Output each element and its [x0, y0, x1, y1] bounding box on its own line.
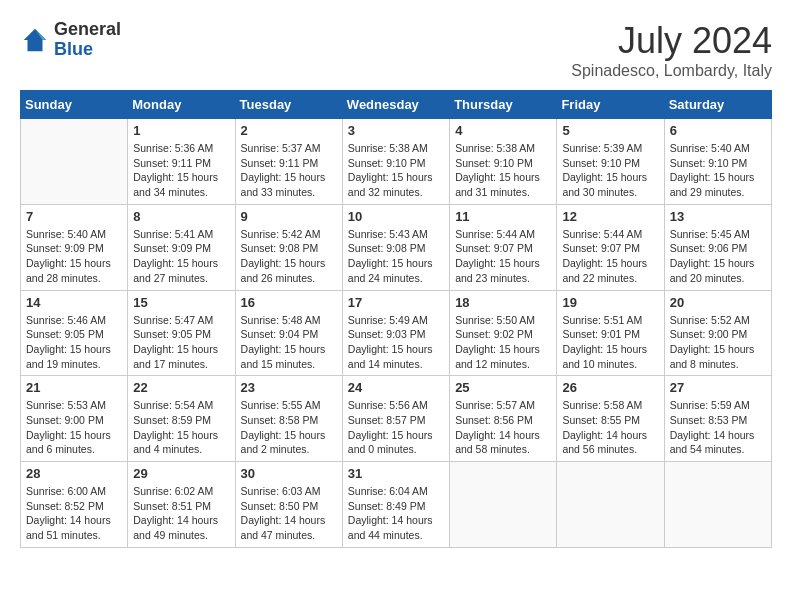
- calendar-cell: 21Sunrise: 5:53 AM Sunset: 9:00 PM Dayli…: [21, 376, 128, 462]
- calendar-cell: 20Sunrise: 5:52 AM Sunset: 9:00 PM Dayli…: [664, 290, 771, 376]
- calendar-cell: 1Sunrise: 5:36 AM Sunset: 9:11 PM Daylig…: [128, 119, 235, 205]
- day-number: 12: [562, 209, 658, 224]
- day-info: Sunrise: 6:04 AM Sunset: 8:49 PM Dayligh…: [348, 484, 444, 543]
- day-info: Sunrise: 5:57 AM Sunset: 8:56 PM Dayligh…: [455, 398, 551, 457]
- day-number: 29: [133, 466, 229, 481]
- calendar-cell: 6Sunrise: 5:40 AM Sunset: 9:10 PM Daylig…: [664, 119, 771, 205]
- week-row-1: 1Sunrise: 5:36 AM Sunset: 9:11 PM Daylig…: [21, 119, 772, 205]
- day-info: Sunrise: 5:44 AM Sunset: 9:07 PM Dayligh…: [562, 227, 658, 286]
- calendar-cell: 23Sunrise: 5:55 AM Sunset: 8:58 PM Dayli…: [235, 376, 342, 462]
- day-info: Sunrise: 5:51 AM Sunset: 9:01 PM Dayligh…: [562, 313, 658, 372]
- calendar-cell: 2Sunrise: 5:37 AM Sunset: 9:11 PM Daylig…: [235, 119, 342, 205]
- calendar-cell: 10Sunrise: 5:43 AM Sunset: 9:08 PM Dayli…: [342, 204, 449, 290]
- day-info: Sunrise: 5:42 AM Sunset: 9:08 PM Dayligh…: [241, 227, 337, 286]
- day-info: Sunrise: 5:52 AM Sunset: 9:00 PM Dayligh…: [670, 313, 766, 372]
- day-number: 9: [241, 209, 337, 224]
- day-number: 24: [348, 380, 444, 395]
- day-number: 25: [455, 380, 551, 395]
- calendar-cell: 7Sunrise: 5:40 AM Sunset: 9:09 PM Daylig…: [21, 204, 128, 290]
- calendar-cell: 24Sunrise: 5:56 AM Sunset: 8:57 PM Dayli…: [342, 376, 449, 462]
- calendar-cell: 13Sunrise: 5:45 AM Sunset: 9:06 PM Dayli…: [664, 204, 771, 290]
- logo: General Blue: [20, 20, 121, 60]
- day-number: 30: [241, 466, 337, 481]
- day-header-monday: Monday: [128, 91, 235, 119]
- day-info: Sunrise: 5:38 AM Sunset: 9:10 PM Dayligh…: [348, 141, 444, 200]
- day-info: Sunrise: 5:58 AM Sunset: 8:55 PM Dayligh…: [562, 398, 658, 457]
- day-number: 3: [348, 123, 444, 138]
- day-number: 8: [133, 209, 229, 224]
- calendar-cell: 29Sunrise: 6:02 AM Sunset: 8:51 PM Dayli…: [128, 462, 235, 548]
- week-row-5: 28Sunrise: 6:00 AM Sunset: 8:52 PM Dayli…: [21, 462, 772, 548]
- calendar-cell: 9Sunrise: 5:42 AM Sunset: 9:08 PM Daylig…: [235, 204, 342, 290]
- calendar-body: 1Sunrise: 5:36 AM Sunset: 9:11 PM Daylig…: [21, 119, 772, 548]
- calendar-cell: 17Sunrise: 5:49 AM Sunset: 9:03 PM Dayli…: [342, 290, 449, 376]
- day-info: Sunrise: 5:40 AM Sunset: 9:10 PM Dayligh…: [670, 141, 766, 200]
- day-number: 5: [562, 123, 658, 138]
- day-header-sunday: Sunday: [21, 91, 128, 119]
- day-info: Sunrise: 5:45 AM Sunset: 9:06 PM Dayligh…: [670, 227, 766, 286]
- calendar-subtitle: Spinadesco, Lombardy, Italy: [571, 62, 772, 80]
- day-header-saturday: Saturday: [664, 91, 771, 119]
- calendar-table: SundayMondayTuesdayWednesdayThursdayFrid…: [20, 90, 772, 548]
- day-info: Sunrise: 6:00 AM Sunset: 8:52 PM Dayligh…: [26, 484, 122, 543]
- day-info: Sunrise: 5:56 AM Sunset: 8:57 PM Dayligh…: [348, 398, 444, 457]
- day-info: Sunrise: 5:47 AM Sunset: 9:05 PM Dayligh…: [133, 313, 229, 372]
- day-info: Sunrise: 5:55 AM Sunset: 8:58 PM Dayligh…: [241, 398, 337, 457]
- calendar-cell: 12Sunrise: 5:44 AM Sunset: 9:07 PM Dayli…: [557, 204, 664, 290]
- day-info: Sunrise: 5:43 AM Sunset: 9:08 PM Dayligh…: [348, 227, 444, 286]
- calendar-cell: 5Sunrise: 5:39 AM Sunset: 9:10 PM Daylig…: [557, 119, 664, 205]
- calendar-cell: 27Sunrise: 5:59 AM Sunset: 8:53 PM Dayli…: [664, 376, 771, 462]
- day-number: 22: [133, 380, 229, 395]
- calendar-cell: 15Sunrise: 5:47 AM Sunset: 9:05 PM Dayli…: [128, 290, 235, 376]
- day-number: 27: [670, 380, 766, 395]
- days-header-row: SundayMondayTuesdayWednesdayThursdayFrid…: [21, 91, 772, 119]
- day-info: Sunrise: 5:38 AM Sunset: 9:10 PM Dayligh…: [455, 141, 551, 200]
- week-row-4: 21Sunrise: 5:53 AM Sunset: 9:00 PM Dayli…: [21, 376, 772, 462]
- calendar-cell: 26Sunrise: 5:58 AM Sunset: 8:55 PM Dayli…: [557, 376, 664, 462]
- day-info: Sunrise: 5:36 AM Sunset: 9:11 PM Dayligh…: [133, 141, 229, 200]
- logo-icon: [20, 25, 50, 55]
- day-info: Sunrise: 5:46 AM Sunset: 9:05 PM Dayligh…: [26, 313, 122, 372]
- day-info: Sunrise: 5:39 AM Sunset: 9:10 PM Dayligh…: [562, 141, 658, 200]
- day-number: 15: [133, 295, 229, 310]
- calendar-cell: 31Sunrise: 6:04 AM Sunset: 8:49 PM Dayli…: [342, 462, 449, 548]
- calendar-cell: 30Sunrise: 6:03 AM Sunset: 8:50 PM Dayli…: [235, 462, 342, 548]
- calendar-cell: 14Sunrise: 5:46 AM Sunset: 9:05 PM Dayli…: [21, 290, 128, 376]
- calendar-cell: [450, 462, 557, 548]
- calendar-cell: 16Sunrise: 5:48 AM Sunset: 9:04 PM Dayli…: [235, 290, 342, 376]
- calendar-cell: 19Sunrise: 5:51 AM Sunset: 9:01 PM Dayli…: [557, 290, 664, 376]
- calendar-cell: 25Sunrise: 5:57 AM Sunset: 8:56 PM Dayli…: [450, 376, 557, 462]
- day-info: Sunrise: 5:49 AM Sunset: 9:03 PM Dayligh…: [348, 313, 444, 372]
- calendar-cell: 8Sunrise: 5:41 AM Sunset: 9:09 PM Daylig…: [128, 204, 235, 290]
- day-number: 16: [241, 295, 337, 310]
- logo-general: General: [54, 20, 121, 40]
- day-info: Sunrise: 5:59 AM Sunset: 8:53 PM Dayligh…: [670, 398, 766, 457]
- day-info: Sunrise: 5:54 AM Sunset: 8:59 PM Dayligh…: [133, 398, 229, 457]
- calendar-header: SundayMondayTuesdayWednesdayThursdayFrid…: [21, 91, 772, 119]
- calendar-cell: 4Sunrise: 5:38 AM Sunset: 9:10 PM Daylig…: [450, 119, 557, 205]
- day-info: Sunrise: 5:48 AM Sunset: 9:04 PM Dayligh…: [241, 313, 337, 372]
- day-info: Sunrise: 5:41 AM Sunset: 9:09 PM Dayligh…: [133, 227, 229, 286]
- day-number: 2: [241, 123, 337, 138]
- week-row-2: 7Sunrise: 5:40 AM Sunset: 9:09 PM Daylig…: [21, 204, 772, 290]
- day-number: 6: [670, 123, 766, 138]
- day-number: 1: [133, 123, 229, 138]
- calendar-cell: 3Sunrise: 5:38 AM Sunset: 9:10 PM Daylig…: [342, 119, 449, 205]
- day-number: 14: [26, 295, 122, 310]
- day-number: 4: [455, 123, 551, 138]
- week-row-3: 14Sunrise: 5:46 AM Sunset: 9:05 PM Dayli…: [21, 290, 772, 376]
- day-number: 7: [26, 209, 122, 224]
- day-header-friday: Friday: [557, 91, 664, 119]
- day-header-wednesday: Wednesday: [342, 91, 449, 119]
- day-info: Sunrise: 5:44 AM Sunset: 9:07 PM Dayligh…: [455, 227, 551, 286]
- day-header-thursday: Thursday: [450, 91, 557, 119]
- day-info: Sunrise: 5:50 AM Sunset: 9:02 PM Dayligh…: [455, 313, 551, 372]
- day-number: 21: [26, 380, 122, 395]
- day-number: 20: [670, 295, 766, 310]
- day-number: 10: [348, 209, 444, 224]
- day-info: Sunrise: 5:40 AM Sunset: 9:09 PM Dayligh…: [26, 227, 122, 286]
- day-number: 13: [670, 209, 766, 224]
- day-info: Sunrise: 5:53 AM Sunset: 9:00 PM Dayligh…: [26, 398, 122, 457]
- page-header: General Blue July 2024 Spinadesco, Lomba…: [20, 20, 772, 80]
- calendar-cell: 11Sunrise: 5:44 AM Sunset: 9:07 PM Dayli…: [450, 204, 557, 290]
